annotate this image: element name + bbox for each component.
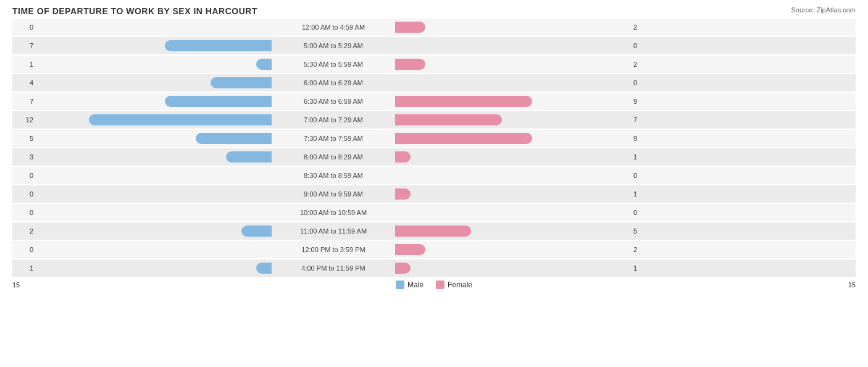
male-value: 1 [12,61,37,68]
axis-max-label: 15 [831,281,856,289]
female-bar-area [395,207,630,218]
male-bar [241,226,272,237]
male-legend-label: Male [407,281,424,289]
female-bar-area [395,226,630,237]
chart-row: 09:00 AM to 9:59 AM1 [12,185,856,203]
chart-area: 012:00 AM to 4:59 AM275:00 AM to 5:29 AM… [12,19,856,277]
male-bar-area [37,40,272,51]
female-bar [395,96,532,107]
time-label: 5:30 AM to 5:59 AM [272,61,395,68]
female-bar [395,244,425,255]
male-bar-area [37,244,272,255]
chart-container: TIME OF DEPARTURE TO WORK BY SEX IN HARC… [0,0,868,367]
female-bar-area [395,188,630,200]
female-bar [395,59,425,70]
male-value: 2 [12,227,37,235]
time-label: 7:30 AM to 7:59 AM [272,135,395,142]
female-value: 0 [630,79,654,86]
male-bar-area [37,263,272,274]
female-bar [395,151,411,162]
chart-row: 57:30 AM to 7:59 AM9 [12,130,856,147]
male-bar [256,59,272,70]
female-value: 7 [630,116,654,124]
male-value: 4 [12,79,37,86]
female-bar-area [395,170,630,181]
male-value: 0 [12,172,37,179]
male-bar [226,151,272,162]
time-label: 6:00 AM to 6:29 AM [272,79,395,86]
female-value: 0 [630,42,654,49]
chart-row: 08:30 AM to 8:59 AM0 [12,167,856,184]
male-bar-area [37,170,272,181]
female-value: 2 [630,246,654,253]
time-label: 10:00 AM to 10:59 AM [272,209,395,216]
female-bar-area [395,244,630,255]
male-legend-box [396,281,404,289]
female-bar-area [395,22,630,33]
time-label: 7:00 AM to 7:29 AM [272,116,395,124]
time-label: 8:30 AM to 8:59 AM [272,172,395,179]
chart-row: 14:00 PM to 11:59 PM1 [12,259,856,277]
chart-row: 211:00 AM to 11:59 AM5 [12,222,856,240]
male-bar [89,114,272,125]
chart-row: 15:30 AM to 5:59 AM2 [12,56,856,73]
time-label: 5:00 AM to 5:29 AM [272,42,395,49]
chart-row: 46:00 AM to 6:29 AM0 [12,74,856,91]
time-label: 6:30 AM to 6:59 AM [272,98,395,105]
female-bar-area [395,114,630,125]
time-label: 12:00 AM to 4:59 AM [272,23,395,31]
chart-title: TIME OF DEPARTURE TO WORK BY SEX IN HARC… [12,6,856,16]
female-bar [395,22,425,33]
female-value: 2 [630,61,654,68]
male-bar-area [37,151,272,162]
male-bar [165,96,272,107]
female-legend-box [436,281,444,289]
male-bar-area [37,114,272,125]
time-label: 9:00 AM to 9:59 AM [272,190,395,198]
legend-female: Female [436,281,472,289]
male-value: 7 [12,42,37,49]
female-bar [395,263,411,274]
male-bar [196,133,272,144]
female-value: 9 [630,98,654,105]
male-value: 3 [12,153,37,161]
male-bar-area [37,59,272,70]
male-value: 12 [12,116,37,124]
male-bar [211,77,272,88]
male-value: 1 [12,264,37,272]
female-bar-area [395,151,630,162]
male-bar-area [37,188,272,200]
legend: Male Female [396,281,472,289]
male-value: 0 [12,23,37,31]
source-label: Source: ZipAtlas.com [791,6,856,14]
female-bar [395,133,532,144]
female-value: 9 [630,135,654,142]
female-bar [395,226,471,237]
female-value: 1 [630,153,654,161]
time-label: 8:00 AM to 8:29 AM [272,153,395,161]
female-bar [395,188,411,200]
male-value: 0 [12,246,37,253]
female-bar [395,114,502,125]
male-bar-area [37,226,272,237]
female-value: 1 [630,264,654,272]
male-bar-area [37,22,272,33]
male-bar-area [37,133,272,144]
time-label: 4:00 PM to 11:59 PM [272,264,395,272]
chart-row: 75:00 AM to 5:29 AM0 [12,37,856,54]
female-value: 0 [630,209,654,216]
axis-min-label: 15 [12,281,37,289]
female-value: 0 [630,172,654,179]
legend-male: Male [396,281,424,289]
time-label: 11:00 AM to 11:59 AM [272,227,395,235]
male-bar-area [37,207,272,218]
female-value: 2 [630,23,654,31]
time-label: 12:00 PM to 3:59 PM [272,246,395,253]
chart-row: 127:00 AM to 7:29 AM7 [12,111,856,129]
female-bar-area [395,263,630,274]
male-value: 7 [12,98,37,105]
female-bar-area [395,133,630,144]
chart-row: 012:00 AM to 4:59 AM2 [12,19,856,36]
female-bar-area [395,77,630,88]
female-value: 5 [630,227,654,235]
